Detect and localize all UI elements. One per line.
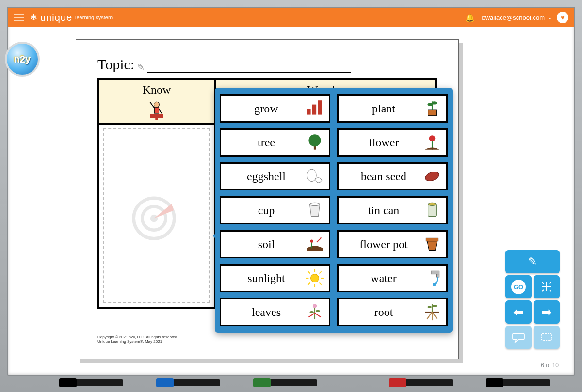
bars-icon	[305, 98, 325, 119]
svg-line-5	[159, 109, 162, 113]
eggshell-icon	[305, 166, 325, 187]
word-card-tree[interactable]: tree	[220, 128, 330, 157]
word-label: cup	[228, 204, 305, 217]
svg-rect-3	[154, 107, 159, 113]
leaves-icon	[305, 302, 325, 322]
marker-black	[60, 379, 123, 386]
navigation-toolbox: ✎ GO ⬅ ➡	[505, 250, 560, 349]
word-card-soil[interactable]: soil	[220, 230, 330, 258]
word-label: leaves	[228, 306, 305, 319]
faucet-icon	[422, 268, 442, 288]
word-card-water[interactable]: water	[337, 264, 448, 292]
word-card-cup[interactable]: cup	[220, 196, 330, 224]
go-label: GO	[511, 280, 526, 294]
svg-rect-10	[541, 333, 552, 340]
user-menu[interactable]: bwallace@school.com	[482, 14, 545, 21]
brand-name: unique	[40, 12, 72, 23]
word-card-plant[interactable]: plant	[337, 94, 448, 123]
root-icon	[422, 302, 442, 322]
expand-icon	[541, 281, 552, 293]
word-label: sunlight	[228, 272, 305, 285]
marker-black-2	[487, 379, 550, 386]
student-raised-hand-icon	[146, 97, 168, 120]
word-card-bean-seed[interactable]: bean seed	[337, 162, 448, 190]
marker-blue	[157, 379, 220, 386]
favorite-button[interactable]: ♥	[557, 12, 568, 23]
word-card-eggshell[interactable]: eggshell	[220, 162, 330, 190]
go-button[interactable]: GO	[505, 275, 532, 298]
speech-bubble-icon	[512, 332, 525, 343]
marker-green	[254, 379, 317, 386]
word-card-flower-pot[interactable]: flower pot	[337, 230, 448, 258]
svg-point-2	[154, 102, 159, 107]
word-label: soil	[228, 238, 305, 251]
word-card-tin-can[interactable]: tin can	[337, 196, 448, 224]
know-drop-zone[interactable]	[98, 124, 215, 308]
word-label: flower	[345, 136, 422, 149]
word-card-sunlight[interactable]: sunlight	[220, 264, 330, 292]
word-card-leaves[interactable]: leaves	[220, 298, 330, 326]
prev-page-button[interactable]: ⬅	[505, 300, 532, 324]
word-label: bean seed	[345, 170, 422, 183]
can-icon	[422, 200, 442, 220]
marker-tray	[7, 376, 575, 389]
snowflake-icon: ❄	[30, 12, 37, 23]
copyright-text: Copyright © 2021 n2y, LLC. All rights re…	[97, 335, 178, 344]
edit-button[interactable]: ✎	[505, 250, 560, 273]
word-label: root	[345, 306, 422, 319]
svg-rect-0	[150, 114, 163, 118]
app-header: ❄ unique learning system 🔔 bwallace@scho…	[8, 8, 574, 27]
word-label: tree	[228, 136, 305, 149]
page-counter: 6 of 10	[541, 362, 559, 369]
word-card-root[interactable]: root	[337, 298, 448, 326]
chevron-down-icon[interactable]: ⌄	[548, 15, 552, 21]
know-title: Know	[99, 83, 214, 96]
flower-icon	[422, 132, 442, 153]
copyright-line2: Unique Learning System®, May 2021	[97, 339, 178, 344]
svg-rect-1	[155, 118, 158, 120]
bean-icon	[422, 166, 442, 187]
word-label: eggshell	[228, 170, 305, 183]
pencil-icon[interactable]: ✎	[137, 62, 145, 73]
next-page-button[interactable]: ➡	[534, 300, 560, 324]
sun-icon	[305, 268, 325, 288]
speech-bubble-button[interactable]	[505, 326, 532, 349]
pottedplant-icon	[422, 98, 442, 119]
word-label: flower pot	[345, 238, 422, 251]
drop-target-icon	[130, 189, 183, 242]
tree-icon	[305, 132, 325, 153]
column-header-know: Know	[98, 79, 215, 124]
menu-button[interactable]	[14, 14, 24, 21]
n2y-logo[interactable]: n2y	[5, 42, 40, 77]
cup-icon	[305, 200, 325, 220]
marker-red	[390, 379, 453, 386]
copyright-line1: Copyright © 2021 n2y, LLC. All rights re…	[97, 335, 178, 340]
whiteboard-frame: ❄ unique learning system 🔔 bwallace@scho…	[0, 0, 582, 392]
word-card-flower[interactable]: flower	[337, 128, 448, 157]
word-label: water	[345, 272, 422, 285]
word-label: tin can	[345, 204, 422, 217]
dashed-rectangle-icon	[540, 332, 553, 342]
word-label: plant	[345, 102, 422, 115]
heart-icon: ♥	[561, 14, 565, 21]
topic-label: Topic:	[97, 56, 134, 73]
word-picker-popover: growplanttreeflowereggshellbean seedcupt…	[215, 88, 453, 333]
brand-subtitle: learning system	[75, 15, 113, 20]
fullscreen-button[interactable]	[534, 275, 560, 298]
selection-bubble-button[interactable]	[534, 326, 560, 349]
arrow-right-icon: ➡	[541, 305, 552, 320]
word-card-grow[interactable]: grow	[220, 94, 330, 123]
whiteboard-surface: ❄ unique learning system 🔔 bwallace@scho…	[7, 7, 575, 376]
arrow-left-icon: ⬅	[513, 305, 524, 320]
pencil-icon: ✎	[528, 255, 537, 268]
soil-icon	[305, 234, 325, 254]
topic-input-line[interactable]	[147, 59, 351, 73]
word-label: grow	[228, 102, 305, 115]
notifications-icon[interactable]: 🔔	[465, 13, 475, 22]
svg-line-4	[150, 102, 154, 108]
flowerpot-icon	[422, 234, 442, 254]
